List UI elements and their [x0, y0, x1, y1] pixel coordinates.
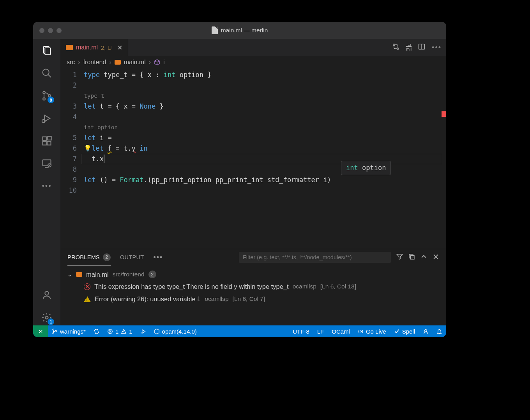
code-line[interactable] — [84, 185, 446, 196]
line-number: 8 — [60, 164, 77, 175]
problems-count: 2 — [103, 253, 111, 261]
line-number: 2 — [60, 80, 77, 91]
bell-icon[interactable] — [433, 325, 446, 337]
editor[interactable]: 1 2 3 4 5 6 7 8 9 10 type type_t — [60, 69, 446, 249]
problems-list: ⌄ main.ml src/frontend 2 ✕ This expressi… — [60, 265, 446, 325]
chevron-up-icon[interactable] — [420, 253, 427, 262]
remote-button[interactable] — [33, 325, 48, 337]
ocaml-icon — [115, 60, 121, 65]
line-number: 4 — [60, 112, 77, 122]
close-dot[interactable] — [39, 28, 44, 33]
search-icon[interactable] — [39, 65, 55, 81]
svg-rect-10 — [43, 141, 46, 145]
branch-name: warnings* — [60, 328, 86, 335]
svg-rect-24 — [410, 255, 414, 259]
svg-rect-1 — [45, 48, 50, 55]
filter-input[interactable] — [239, 252, 391, 263]
account-icon[interactable] — [39, 287, 55, 303]
scm-icon[interactable]: 8 — [39, 88, 55, 104]
tab-main-ml[interactable]: main.ml 2, U ✕ — [60, 39, 128, 56]
line-number — [60, 122, 77, 133]
svg-rect-12 — [48, 136, 51, 140]
remote-explorer-icon[interactable] — [39, 156, 55, 171]
file-problem-count: 2 — [148, 271, 156, 278]
panel-actions — [239, 252, 439, 263]
ocaml-icon — [76, 272, 82, 277]
debug-start-button[interactable] — [136, 325, 150, 337]
sync-button[interactable] — [90, 325, 103, 337]
spell-button[interactable]: Spell — [390, 325, 419, 337]
code-line[interactable]: let t = { x = None } — [84, 101, 446, 112]
split-editor-icon[interactable] — [418, 43, 426, 52]
window-title-text: main.ml — merlin — [221, 27, 268, 34]
zoom-dot[interactable] — [57, 28, 62, 33]
eol-indicator[interactable]: LF — [313, 325, 328, 337]
code-line[interactable]: type type_t = { x : int option } — [84, 70, 446, 80]
activity-bar: 8 ••• 1 — [33, 39, 60, 325]
tab-problems[interactable]: PROBLEMS 2 — [67, 249, 111, 265]
opam-label: opam(4.14.0) — [162, 328, 197, 335]
tab-label: OUTPUT — [120, 254, 144, 260]
problem-location: [Ln 6, Col 7] — [233, 295, 265, 302]
explorer-icon[interactable] — [39, 43, 55, 58]
debug-icon[interactable] — [39, 111, 55, 126]
file-name: main.ml — [86, 271, 109, 278]
lightbulb-icon[interactable]: 💡 — [84, 144, 92, 152]
body: 8 ••• 1 — [33, 39, 446, 325]
line-number: 9 — [60, 175, 77, 185]
code-line[interactable] — [84, 164, 446, 175]
code-line[interactable] — [84, 112, 446, 122]
code-line[interactable] — [84, 80, 446, 91]
tab-meta: 2, U — [101, 44, 112, 51]
svg-rect-11 — [47, 141, 51, 145]
tab-label: PROBLEMS — [67, 254, 100, 260]
opam-indicator[interactable]: opam(4.14.0) — [150, 325, 201, 337]
warning-icon — [84, 296, 91, 302]
tab-filename: main.ml — [76, 44, 98, 51]
collapse-all-icon[interactable] — [408, 253, 415, 262]
compare-icon[interactable] — [392, 43, 400, 52]
crumb-2[interactable]: main.ml — [124, 59, 146, 66]
tab-more-icon[interactable]: ••• — [432, 44, 442, 52]
panel-more-icon[interactable]: ••• — [153, 253, 163, 262]
tab-actions: mlmli ••• — [392, 39, 446, 56]
line-number — [60, 91, 77, 101]
minimize-dot[interactable] — [48, 28, 53, 33]
code-line[interactable]: 💡let f = t.y in — [84, 143, 446, 154]
language-indicator[interactable]: OCaml — [328, 325, 354, 337]
crumb-3[interactable]: i — [163, 59, 165, 66]
filter-icon[interactable] — [396, 253, 403, 262]
tab-close-icon[interactable]: ✕ — [115, 44, 122, 51]
settings-icon[interactable]: 1 — [39, 310, 55, 325]
svg-point-5 — [43, 98, 45, 100]
svg-marker-34 — [142, 329, 145, 333]
code-line[interactable]: let () = Format.(pp_print_option pp_prin… — [84, 175, 446, 185]
code-line[interactable]: let i = — [84, 133, 446, 143]
extensions-icon[interactable] — [39, 133, 55, 149]
problem-row[interactable]: Error (warning 26): unused variable f. o… — [67, 293, 439, 305]
svg-point-29 — [56, 330, 57, 331]
code-area[interactable]: type type_t = { x : int option } type_t … — [84, 69, 446, 249]
tab-output[interactable]: OUTPUT — [120, 249, 144, 265]
svg-point-4 — [43, 91, 45, 94]
ml-mli-icon[interactable]: mlmli — [406, 44, 412, 51]
chevron-right-icon: › — [109, 59, 111, 66]
svg-point-27 — [53, 329, 54, 330]
branch-indicator[interactable]: warnings* — [48, 325, 90, 337]
crumb-1[interactable]: frontend — [83, 59, 106, 66]
diagnostics-indicator[interactable]: 1 1 — [103, 325, 136, 337]
svg-line-3 — [48, 75, 51, 77]
code-line[interactable]: t.x — [84, 154, 446, 164]
vscode-window: main.ml — merlin 8 ••• — [33, 22, 446, 337]
more-icon[interactable]: ••• — [39, 178, 55, 194]
close-icon[interactable] — [433, 253, 439, 262]
go-live-button[interactable]: Go Live — [354, 325, 390, 337]
problems-file-row[interactable]: ⌄ main.ml src/frontend 2 — [67, 269, 439, 280]
feedback-icon[interactable] — [419, 325, 433, 337]
chevron-down-icon[interactable]: ⌄ — [67, 271, 72, 278]
crumb-0[interactable]: src — [67, 59, 75, 66]
encoding-indicator[interactable]: UTF-8 — [289, 325, 313, 337]
problem-row[interactable]: ✕ This expression has type type_t There … — [67, 280, 439, 293]
breadcrumb[interactable]: src › frontend › main.ml › i — [60, 56, 446, 69]
line-number: 5 — [60, 133, 77, 143]
